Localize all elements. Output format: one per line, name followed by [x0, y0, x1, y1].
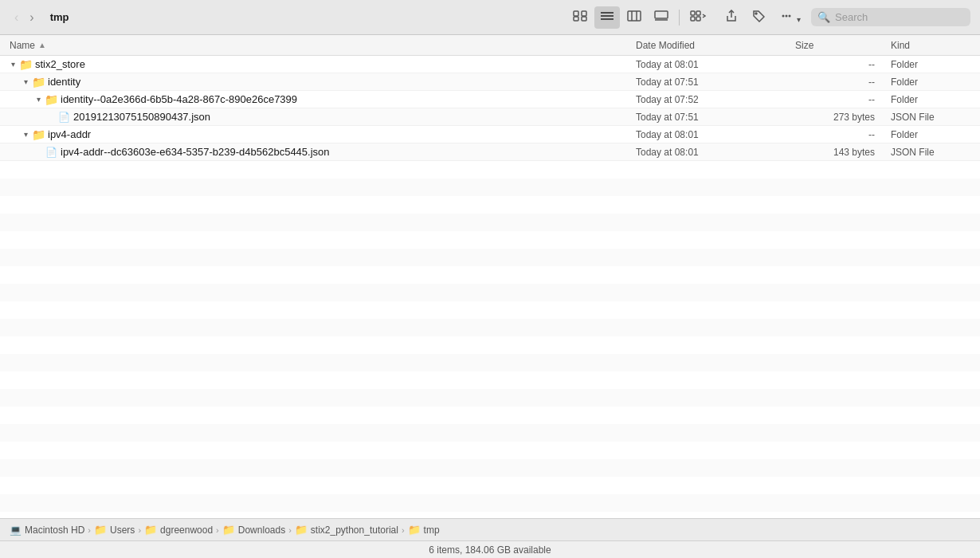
table-row[interactable]: 📄 ipv4-addr--dc63603e-e634-5357-b239-d4b…	[0, 143, 980, 161]
list-view-button[interactable]	[594, 6, 620, 29]
file-kind-cell: Folder	[884, 59, 980, 70]
file-kind-cell: Folder	[884, 77, 980, 88]
svg-rect-1	[582, 11, 586, 16]
file-name-cell: 📄 ipv4-addr--dc63603e-e634-5357-b239-d4b…	[0, 146, 629, 159]
file-date-cell: Today at 07:51	[629, 112, 789, 123]
share-button[interactable]	[719, 6, 743, 29]
group-view-button[interactable]	[684, 6, 711, 29]
disclosure-button[interactable]: ▾	[6, 58, 19, 71]
file-name-label: identity--0a2e366d-6b5b-4a28-867c-890e26…	[61, 93, 297, 105]
search-icon: 🔍	[817, 11, 830, 23]
table-row[interactable]: 📄 20191213075150890437.json Today at 07:…	[0, 108, 980, 126]
breadcrumb-users[interactable]: 📁 Users	[94, 524, 135, 536]
folder-icon: 📁	[45, 93, 57, 106]
date-column-header[interactable]: Date Modified	[629, 40, 789, 51]
file-date-cell: Today at 08:01	[629, 59, 789, 70]
toolbar-actions: ▾	[719, 6, 806, 29]
svg-rect-10	[655, 11, 668, 18]
status-bar: 6 items, 184.06 GB available	[0, 540, 980, 558]
view-divider	[679, 10, 680, 26]
hd-icon: 💻	[10, 525, 22, 536]
svg-rect-14	[691, 17, 695, 21]
table-row[interactable]: ▾ 📁 stix2_store Today at 08:01 -- Folder	[0, 56, 980, 73]
breadcrumb-bar: 💻 Macintosh HD › 📁 Users › 📁 dgreenwood …	[0, 518, 980, 540]
file-kind-cell: JSON File	[884, 112, 980, 123]
name-column-header[interactable]: Name ▲	[0, 40, 629, 51]
file-size-cell: 143 bytes	[789, 147, 884, 158]
file-name-label: identity	[48, 76, 80, 88]
breadcrumb-sep-4: ›	[288, 525, 292, 535]
toolbar: ‹ › tmp	[0, 0, 980, 35]
nav-buttons: ‹ ›	[10, 7, 39, 28]
table-row[interactable]: ▾ 📁 identity Today at 07:51 -- Folder	[0, 73, 980, 91]
file-rows: ▾ 📁 stix2_store Today at 08:01 -- Folder…	[0, 56, 980, 161]
svg-point-17	[782, 14, 784, 17]
gallery-view-button[interactable]	[649, 6, 674, 29]
icon-view-button[interactable]	[567, 6, 593, 29]
file-name-cell: 📄 20191213075150890437.json	[0, 111, 629, 124]
file-kind-cell: Folder	[884, 94, 980, 105]
table-row[interactable]: ▾ 📁 identity--0a2e366d-6b5b-4a28-867c-89…	[0, 91, 980, 108]
file-name-cell: ▾ 📁 stix2_store	[0, 58, 629, 71]
svg-rect-15	[696, 17, 700, 21]
breadcrumb-label: dgreenwood	[160, 525, 213, 536]
file-size-cell: --	[789, 94, 884, 105]
disclosure-button[interactable]: ▾	[19, 76, 32, 88]
file-size-cell: --	[789, 129, 884, 140]
sort-indicator: ▲	[38, 41, 46, 49]
forward-button[interactable]: ›	[25, 7, 38, 28]
file-size-cell: --	[789, 77, 884, 88]
file-date-cell: Today at 07:51	[629, 77, 789, 88]
svg-rect-3	[582, 17, 586, 21]
svg-point-19	[788, 14, 790, 17]
search-input[interactable]	[835, 11, 964, 23]
svg-rect-12	[691, 11, 695, 15]
file-name-label: 20191213075150890437.json	[73, 111, 210, 123]
window-title: tmp	[50, 11, 69, 23]
file-date-cell: Today at 07:52	[629, 94, 789, 105]
breadcrumb-macintosh-hd[interactable]: 💻 Macintosh HD	[10, 525, 84, 536]
folder-icon: 📁	[19, 58, 32, 71]
svg-rect-2	[574, 17, 578, 21]
status-text: 6 items, 184.06 GB available	[429, 544, 551, 556]
file-name-cell: ▾ 📁 identity--0a2e366d-6b5b-4a28-867c-89…	[0, 93, 629, 106]
svg-rect-9	[628, 11, 641, 21]
table-row[interactable]: ▾ 📁 ipv4-addr Today at 08:01 -- Folder	[0, 126, 980, 143]
breadcrumb-stix2-tutorial[interactable]: 📁 stix2_python_tutorial	[295, 524, 398, 536]
dgreenwood-folder-icon: 📁	[144, 524, 157, 536]
tag-button[interactable]	[747, 6, 770, 29]
file-name-cell: ▾ 📁 identity	[0, 76, 629, 88]
file-kind-cell: Folder	[884, 129, 980, 140]
breadcrumb-tmp[interactable]: 📁 tmp	[408, 524, 440, 536]
breadcrumb-dgreenwood[interactable]: 📁 dgreenwood	[144, 524, 213, 536]
size-column-header[interactable]: Size	[789, 40, 884, 51]
search-box[interactable]: 🔍	[811, 8, 970, 26]
breadcrumb-downloads[interactable]: 📁 Downloads	[222, 524, 285, 536]
tutorial-folder-icon: 📁	[295, 524, 308, 536]
file-name-cell: ▾ 📁 ipv4-addr	[0, 128, 629, 141]
view-switcher	[567, 6, 711, 29]
tmp-folder-icon: 📁	[408, 524, 421, 536]
column-view-button[interactable]	[621, 6, 647, 29]
file-icon: 📄	[45, 146, 57, 159]
column-headers: Name ▲ Date Modified Size Kind	[0, 35, 980, 56]
svg-point-18	[785, 14, 787, 17]
file-date-cell: Today at 08:01	[629, 147, 789, 158]
breadcrumb-sep-2: ›	[138, 525, 141, 535]
disclosure-button[interactable]: ▾	[19, 128, 32, 141]
breadcrumb-sep-1: ›	[88, 525, 91, 535]
file-name-label: stix2_store	[35, 58, 85, 70]
breadcrumb-label: tmp	[424, 525, 440, 536]
kind-column-header[interactable]: Kind	[884, 40, 980, 51]
file-name-label: ipv4-addr--dc63603e-e634-5357-b239-d4b56…	[61, 146, 330, 158]
folder-icon: 📁	[32, 128, 45, 141]
file-date-cell: Today at 08:01	[629, 129, 789, 140]
empty-area	[0, 161, 980, 518]
svg-point-16	[755, 13, 757, 14]
file-size-cell: 273 bytes	[789, 112, 884, 123]
more-button[interactable]: ▾	[774, 6, 806, 29]
disclosure-button[interactable]: ▾	[32, 93, 45, 106]
breadcrumb-label: stix2_python_tutorial	[311, 525, 398, 536]
back-button[interactable]: ‹	[10, 7, 23, 28]
svg-rect-13	[696, 11, 700, 15]
